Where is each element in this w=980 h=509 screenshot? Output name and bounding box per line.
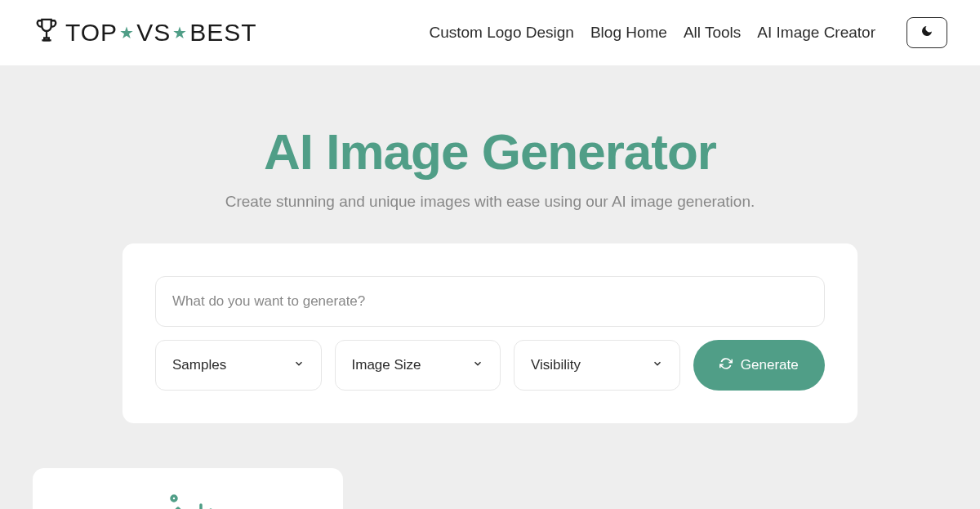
trophy-icon (33, 16, 60, 50)
image-size-select[interactable]: Image Size (335, 340, 501, 391)
feature-card (33, 468, 343, 509)
page-subtitle: Create stunning and unique images with e… (0, 193, 980, 211)
select-label: Visibility (531, 357, 581, 373)
main-nav: Custom Logo Design Blog Home All Tools A… (429, 17, 947, 48)
page-title: AI Image Generator (0, 123, 980, 181)
svg-point-0 (172, 496, 176, 501)
chevron-down-icon (293, 357, 305, 373)
image-gear-icon (162, 489, 214, 509)
generate-button[interactable]: Generate (693, 340, 826, 391)
select-label: Image Size (352, 357, 421, 373)
nav-custom-logo-design[interactable]: Custom Logo Design (429, 24, 573, 42)
nav-blog-home[interactable]: Blog Home (590, 24, 667, 42)
prompt-input[interactable] (155, 276, 825, 327)
refresh-icon (719, 357, 733, 374)
chevron-down-icon (472, 357, 483, 373)
moon-icon (920, 25, 933, 41)
nav-all-tools[interactable]: All Tools (684, 24, 741, 42)
site-logo[interactable]: TOP ★ VS ★ BEST (33, 16, 257, 50)
visibility-select[interactable]: Visibility (514, 340, 680, 391)
samples-select[interactable]: Samples (155, 340, 322, 391)
generator-panel-wrap: Samples Image Size Visibility (0, 243, 980, 423)
generator-panel: Samples Image Size Visibility (122, 243, 858, 423)
hero-section: AI Image Generator Create stunning and u… (0, 65, 980, 243)
star-icon: ★ (172, 23, 188, 42)
select-label: Samples (172, 357, 226, 373)
nav-ai-image-creator[interactable]: AI Image Creator (757, 24, 875, 42)
logo-text: TOP ★ VS ★ BEST (65, 19, 257, 47)
controls-row: Samples Image Size Visibility (155, 340, 825, 391)
chevron-down-icon (652, 357, 663, 373)
theme-toggle-button[interactable] (906, 17, 947, 48)
generate-button-label: Generate (741, 357, 799, 373)
star-icon: ★ (119, 23, 135, 42)
site-header: TOP ★ VS ★ BEST Custom Logo Design Blog … (0, 0, 980, 65)
